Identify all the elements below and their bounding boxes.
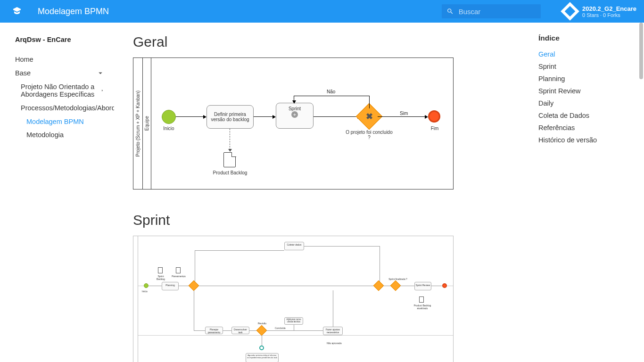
logo-icon[interactable] [11,6,23,17]
toc-item-geral[interactable]: Geral [538,48,636,60]
toc-title: Índice [538,34,636,42]
flow-label-no: Não [327,89,335,94]
toc-item-daily[interactable]: Daily [538,97,636,109]
nav-processos[interactable]: Processos/Metodologias/Abordagens [11,101,108,115]
toc-item-planning[interactable]: Planning [538,73,636,85]
search-icon [446,7,454,16]
sidebar-nav: ArqDsw - EnCare Home Base Projeto Não Or… [0,23,114,362]
bpmn-subprocess-planning: Planning [162,282,179,290]
nav-base[interactable]: Base [11,66,108,80]
chevron-down-icon [96,69,105,77]
search-box[interactable] [442,4,541,18]
app-header: Modelagem BPMN 2020.2_G2_Encare 0 Stars … [0,0,644,23]
flow-label-nao-aprovada: Não aprovada [327,342,341,345]
flow-arrow [195,250,284,251]
pool-label [133,236,138,362]
flow-arrow [304,246,380,247]
lane-separator [138,335,453,336]
bpmn-data-object [223,152,236,167]
repo-meta: 0 Stars · 0 Forks [582,12,636,18]
flow-arrow [176,116,203,117]
flow-arrow [369,96,370,108]
bpmn-gateway-parallel [373,280,384,291]
flow-arrow [431,286,442,286]
bpmn-gateway-exclusive [390,280,401,291]
gateway-label: O projeto foi concluido ? [346,130,393,140]
toc-item-coleta[interactable]: Coleta de Dados [538,109,636,122]
flow-arrow [149,286,162,286]
flow-label-concluida: Concluída [275,327,286,329]
flow-arrow [314,116,357,117]
nav-projeto[interactable]: Projeto Não Orientado a Abordagens Espec… [11,80,108,101]
toc-item-historico[interactable]: Histórico de versão [538,134,636,146]
toc-item-sprint-review[interactable]: Sprint Review [538,85,636,97]
flow-arrow [223,330,231,331]
doc-label: Pareamentos [171,275,186,278]
flow-arrow [378,116,425,117]
flow-arrow [380,246,380,282]
flow-arrow [254,116,272,117]
arrow-head-icon [272,115,276,119]
start-label: Inicio [142,290,148,293]
arrow-head-icon [425,115,428,119]
flow-arrow [194,330,205,331]
flow-arrow [400,286,414,286]
repo-icon [561,2,579,21]
bpmn-diagram-sprint: Coletar dados Inicio Sprint Backlog Pare… [133,236,454,362]
flow-arrow [333,290,333,327]
flow-label-yes: Sim [400,111,408,116]
repo-name: 2020.2_G2_Encare [582,5,636,12]
doc-label: Product Backlog atualizado [412,304,433,310]
bpmn-diagram-geral: Projeto (Scrum + XP + Kanban) Equipe Ini… [133,58,454,189]
nav-modelagem-bpmn[interactable]: Modelagem BPMN [11,115,108,128]
expand-subprocess-icon[interactable]: + [291,111,298,118]
bpmn-start-event [162,110,176,124]
toc-item-referencias[interactable]: Referências [538,122,636,134]
arrow-head-icon [228,149,232,152]
repo-link[interactable]: 2020.2_G2_Encare 0 Stars · 0 Forks [563,5,636,18]
bpmn-gateway-exclusive: ✖ [360,107,379,126]
table-of-contents: Índice Geral Sprint Planning Sprint Revi… [531,23,644,362]
search-input[interactable] [459,8,536,16]
pool-label: Projeto (Scrum + XP + Kanban) [133,58,143,189]
heading-sprint: Sprint [133,212,454,228]
bpmn-data-association [230,129,230,150]
bpmn-task-fazer-ajustes: Fazer ajustes necessários [323,327,343,335]
bpmn-subprocess-sprint: Sprint + [276,103,314,129]
nav-metodologia[interactable]: Metodologia [11,128,108,141]
start-label: Inicio [158,126,179,131]
bpmn-task-aguardar-daily: Aguardar próxima daily p/ informar os im… [246,353,279,362]
bpmn-task-planejar: Planejar pareamento [205,327,223,334]
bpmn-task-adicionar-divida: Adicionar como dívida técnica [284,317,303,325]
bpmn-data-object [176,267,181,273]
bpmn-subprocess-coletar-dados: Coletar dados [284,242,304,250]
arrow-head-icon [292,100,296,104]
bpmn-subprocess-sprint-review: Sprint Review [414,282,431,290]
flow-arrow [195,250,195,285]
x-icon: ✖ [366,111,373,122]
doc-label: Product Backlog [211,170,249,175]
scrollbar-thumb[interactable] [639,23,643,79]
nav-home[interactable]: Home [11,53,108,66]
project-title: ArqDsw - EnCare [11,34,108,45]
heading-geral: Geral [133,34,454,50]
chevron-right-icon [100,86,105,95]
bpmn-end-event [428,110,440,123]
lane-label: Equipe [143,58,151,189]
bpmn-data-object [419,296,424,303]
bpmn-task-definir-backlog: Definir primeira versão do backlog [206,105,254,129]
bpmn-data-object [158,267,163,273]
toc-item-sprint[interactable]: Sprint [538,60,636,73]
bpmn-start-event [144,283,149,288]
flow-arrow [198,286,375,286]
chevron-down-icon [101,104,105,112]
gateway-label: Sprint finalizada ? [388,278,408,280]
bpmn-end-event [442,283,447,288]
bpmn-gateway-parallel [189,280,199,291]
bpmn-task-desenvolver: Desenvolver task [231,327,249,334]
main-content: Geral Projeto (Scrum + XP + Kanban) Equi… [114,23,472,362]
gateway-label: Revisão [255,322,269,325]
arrow-head-icon [203,115,206,119]
flow-arrow [266,330,323,331]
doc-label: Sprint Backlog [153,275,168,280]
